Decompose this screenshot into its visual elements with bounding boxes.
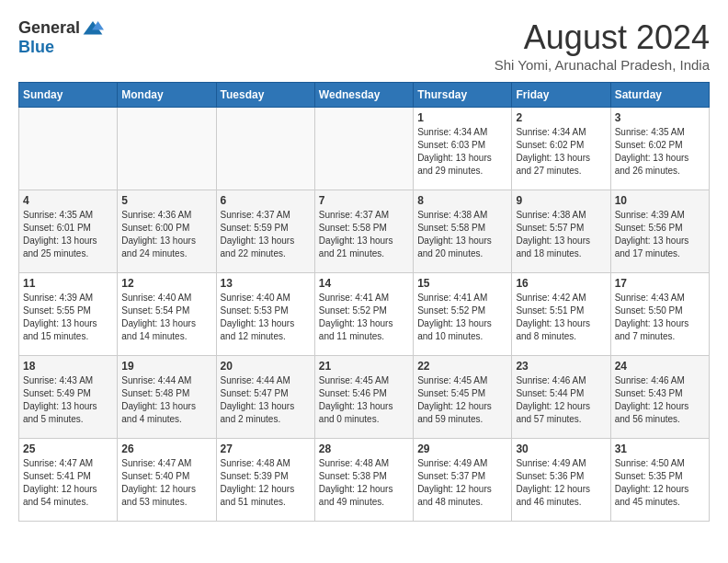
day-info: Sunrise: 4:34 AM Sunset: 6:03 PM Dayligh… — [417, 126, 507, 178]
calendar-cell: 18Sunrise: 4:43 AM Sunset: 5:49 PM Dayli… — [19, 356, 118, 439]
day-info: Sunrise: 4:43 AM Sunset: 5:49 PM Dayligh… — [23, 374, 113, 426]
month-title: August 2024 — [495, 18, 710, 57]
day-info: Sunrise: 4:41 AM Sunset: 5:52 PM Dayligh… — [319, 292, 409, 343]
day-number: 20 — [221, 360, 311, 373]
day-number: 6 — [221, 194, 311, 207]
calendar-cell: 26Sunrise: 4:47 AM Sunset: 5:40 PM Dayli… — [118, 439, 216, 522]
day-number: 3 — [615, 111, 705, 124]
day-info: Sunrise: 4:44 AM Sunset: 5:47 PM Dayligh… — [221, 374, 311, 426]
logo-icon — [82, 19, 104, 38]
calendar-cell — [19, 108, 118, 190]
weekday-header-sunday: Sunday — [19, 83, 118, 108]
day-info: Sunrise: 4:49 AM Sunset: 5:37 PM Dayligh… — [417, 457, 507, 509]
day-info: Sunrise: 4:43 AM Sunset: 5:50 PM Dayligh… — [615, 292, 705, 343]
weekday-header-tuesday: Tuesday — [216, 83, 314, 108]
calendar-cell — [216, 108, 314, 190]
day-info: Sunrise: 4:48 AM Sunset: 5:39 PM Dayligh… — [221, 457, 311, 509]
day-number: 22 — [417, 360, 507, 373]
day-number: 11 — [23, 277, 113, 290]
calendar-cell: 9Sunrise: 4:38 AM Sunset: 5:57 PM Daylig… — [512, 190, 610, 273]
day-info: Sunrise: 4:46 AM Sunset: 5:43 PM Dayligh… — [615, 374, 705, 426]
calendar-cell: 16Sunrise: 4:42 AM Sunset: 5:51 PM Dayli… — [512, 273, 610, 356]
day-info: Sunrise: 4:38 AM Sunset: 5:57 PM Dayligh… — [516, 209, 606, 260]
weekday-header-row: SundayMondayTuesdayWednesdayThursdayFrid… — [19, 83, 710, 108]
calendar-cell: 6Sunrise: 4:37 AM Sunset: 5:59 PM Daylig… — [216, 190, 314, 273]
day-number: 31 — [615, 442, 705, 455]
day-info: Sunrise: 4:39 AM Sunset: 5:56 PM Dayligh… — [615, 209, 705, 260]
day-info: Sunrise: 4:47 AM Sunset: 5:41 PM Dayligh… — [23, 457, 113, 509]
day-number: 26 — [121, 442, 211, 455]
day-number: 8 — [417, 194, 507, 207]
calendar-cell: 31Sunrise: 4:50 AM Sunset: 5:35 PM Dayli… — [610, 439, 709, 522]
calendar-cell: 25Sunrise: 4:47 AM Sunset: 5:41 PM Dayli… — [19, 439, 118, 522]
day-number: 9 — [516, 194, 606, 207]
calendar-cell: 23Sunrise: 4:46 AM Sunset: 5:44 PM Dayli… — [512, 356, 610, 439]
day-number: 25 — [23, 442, 113, 455]
day-info: Sunrise: 4:35 AM Sunset: 6:02 PM Dayligh… — [615, 126, 705, 178]
calendar-cell: 30Sunrise: 4:49 AM Sunset: 5:36 PM Dayli… — [512, 439, 610, 522]
calendar-cell: 22Sunrise: 4:45 AM Sunset: 5:45 PM Dayli… — [414, 356, 512, 439]
calendar-cell: 8Sunrise: 4:38 AM Sunset: 5:58 PM Daylig… — [414, 190, 512, 273]
day-info: Sunrise: 4:49 AM Sunset: 5:36 PM Dayligh… — [516, 457, 606, 509]
day-info: Sunrise: 4:37 AM Sunset: 5:58 PM Dayligh… — [319, 209, 409, 260]
day-info: Sunrise: 4:40 AM Sunset: 5:53 PM Dayligh… — [221, 292, 311, 343]
day-info: Sunrise: 4:41 AM Sunset: 5:52 PM Dayligh… — [417, 292, 507, 343]
title-section: August 2024 Shi Yomi, Arunachal Pradesh,… — [495, 18, 710, 73]
day-number: 5 — [121, 194, 211, 207]
day-number: 1 — [417, 111, 507, 124]
day-number: 10 — [615, 194, 705, 207]
calendar-cell: 2Sunrise: 4:34 AM Sunset: 6:02 PM Daylig… — [512, 108, 610, 190]
calendar-cell: 29Sunrise: 4:49 AM Sunset: 5:37 PM Dayli… — [414, 439, 512, 522]
day-number: 7 — [319, 194, 409, 207]
calendar-cell: 19Sunrise: 4:44 AM Sunset: 5:48 PM Dayli… — [118, 356, 216, 439]
calendar-week-5: 25Sunrise: 4:47 AM Sunset: 5:41 PM Dayli… — [19, 439, 710, 522]
day-info: Sunrise: 4:39 AM Sunset: 5:55 PM Dayligh… — [23, 292, 113, 343]
day-info: Sunrise: 4:35 AM Sunset: 6:01 PM Dayligh… — [23, 209, 113, 260]
calendar-cell: 1Sunrise: 4:34 AM Sunset: 6:03 PM Daylig… — [414, 108, 512, 190]
day-info: Sunrise: 4:37 AM Sunset: 5:59 PM Dayligh… — [221, 209, 311, 260]
weekday-header-saturday: Saturday — [610, 83, 709, 108]
day-info: Sunrise: 4:40 AM Sunset: 5:54 PM Dayligh… — [121, 292, 211, 343]
calendar-cell: 11Sunrise: 4:39 AM Sunset: 5:55 PM Dayli… — [19, 273, 118, 356]
calendar-cell: 13Sunrise: 4:40 AM Sunset: 5:53 PM Dayli… — [216, 273, 314, 356]
day-number: 13 — [221, 277, 311, 290]
location: Shi Yomi, Arunachal Pradesh, India — [495, 57, 710, 73]
weekday-header-thursday: Thursday — [414, 83, 512, 108]
day-info: Sunrise: 4:46 AM Sunset: 5:44 PM Dayligh… — [516, 374, 606, 426]
weekday-header-monday: Monday — [118, 83, 216, 108]
day-number: 29 — [417, 442, 507, 455]
day-number: 23 — [516, 360, 606, 373]
calendar-table: SundayMondayTuesdayWednesdayThursdayFrid… — [18, 82, 710, 522]
weekday-header-wednesday: Wednesday — [314, 83, 413, 108]
day-number: 21 — [319, 360, 409, 373]
calendar-week-1: 1Sunrise: 4:34 AM Sunset: 6:03 PM Daylig… — [19, 108, 710, 190]
calendar-cell: 21Sunrise: 4:45 AM Sunset: 5:46 PM Dayli… — [314, 356, 413, 439]
calendar-cell: 4Sunrise: 4:35 AM Sunset: 6:01 PM Daylig… — [19, 190, 118, 273]
calendar-cell: 17Sunrise: 4:43 AM Sunset: 5:50 PM Dayli… — [610, 273, 709, 356]
calendar-cell — [314, 108, 413, 190]
calendar-cell: 7Sunrise: 4:37 AM Sunset: 5:58 PM Daylig… — [314, 190, 413, 273]
calendar-cell: 28Sunrise: 4:48 AM Sunset: 5:38 PM Dayli… — [314, 439, 413, 522]
day-info: Sunrise: 4:44 AM Sunset: 5:48 PM Dayligh… — [121, 374, 211, 426]
day-number: 4 — [23, 194, 113, 207]
calendar-cell: 10Sunrise: 4:39 AM Sunset: 5:56 PM Dayli… — [610, 190, 709, 273]
calendar-cell: 20Sunrise: 4:44 AM Sunset: 5:47 PM Dayli… — [216, 356, 314, 439]
logo-general: General — [18, 18, 80, 38]
calendar-week-2: 4Sunrise: 4:35 AM Sunset: 6:01 PM Daylig… — [19, 190, 710, 273]
day-info: Sunrise: 4:45 AM Sunset: 5:46 PM Dayligh… — [319, 374, 409, 426]
day-number: 24 — [615, 360, 705, 373]
calendar-cell: 3Sunrise: 4:35 AM Sunset: 6:02 PM Daylig… — [610, 108, 709, 190]
calendar-cell — [118, 108, 216, 190]
calendar-cell: 24Sunrise: 4:46 AM Sunset: 5:43 PM Dayli… — [610, 356, 709, 439]
calendar-cell: 12Sunrise: 4:40 AM Sunset: 5:54 PM Dayli… — [118, 273, 216, 356]
day-number: 17 — [615, 277, 705, 290]
day-number: 12 — [121, 277, 211, 290]
day-info: Sunrise: 4:50 AM Sunset: 5:35 PM Dayligh… — [615, 457, 705, 509]
calendar-week-3: 11Sunrise: 4:39 AM Sunset: 5:55 PM Dayli… — [19, 273, 710, 356]
page-header: General Blue August 2024 Shi Yomi, Aruna… — [18, 18, 710, 73]
day-info: Sunrise: 4:42 AM Sunset: 5:51 PM Dayligh… — [516, 292, 606, 343]
day-number: 28 — [319, 442, 409, 455]
calendar-week-4: 18Sunrise: 4:43 AM Sunset: 5:49 PM Dayli… — [19, 356, 710, 439]
day-info: Sunrise: 4:47 AM Sunset: 5:40 PM Dayligh… — [121, 457, 211, 509]
day-number: 27 — [221, 442, 311, 455]
